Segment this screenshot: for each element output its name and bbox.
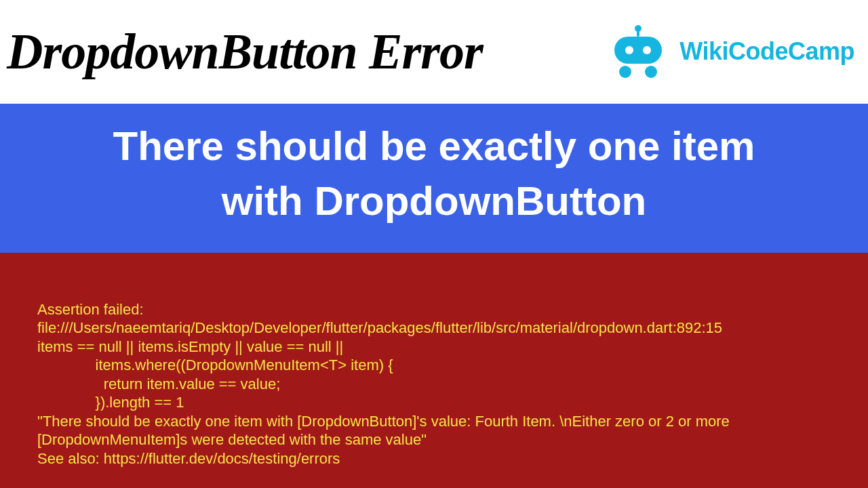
svg-point-3 <box>619 66 631 78</box>
banner-line-1: There should be exactly one item <box>14 119 854 174</box>
svg-point-4 <box>645 66 657 78</box>
svg-rect-2 <box>614 37 662 64</box>
brand-name: WikiCodeCamp <box>679 37 854 66</box>
error-panel: Assertion failed: file:///Users/naeemtar… <box>0 253 868 489</box>
brand: WikiCodeCamp <box>605 24 854 79</box>
page-title: DropdownButton Error <box>7 23 585 81</box>
page: DropdownButton Error <box>0 0 868 488</box>
svg-rect-1 <box>637 30 639 37</box>
banner-line-2: with DropdownButton <box>14 174 854 228</box>
banner: There should be exactly one item with Dr… <box>0 104 868 253</box>
svg-point-5 <box>625 46 633 54</box>
header: DropdownButton Error <box>0 0 868 104</box>
error-text: Assertion failed: file:///Users/naeemtar… <box>37 301 734 467</box>
robot-logo-icon <box>605 24 671 79</box>
svg-point-6 <box>643 46 651 54</box>
